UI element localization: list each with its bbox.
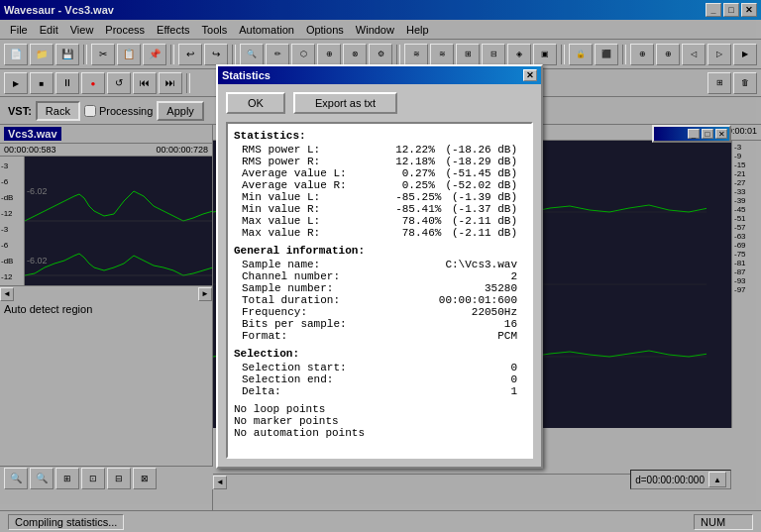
max-r-value: 78.46% (-2.11 dB)	[402, 227, 517, 239]
sel-start-value: 0	[510, 362, 517, 373]
max-l-value: 78.40% (-2.11 dB)	[402, 215, 517, 227]
max-r-label: Max value R:	[242, 227, 371, 239]
stats-row-min-l: Min value L: -85.25% (-1.39 dB)	[234, 191, 525, 203]
sample-name-label: Sample name:	[242, 259, 371, 270]
sample-num-label: Sample number:	[242, 282, 371, 294]
stats-row-avg-l: Average value L: 0.27% (-51.45 dB)	[234, 167, 525, 179]
selection-header: Selection:	[234, 348, 525, 360]
channel-value: 2	[510, 270, 517, 282]
dialog-body: OK Export as txt Statistics: RMS power L…	[218, 84, 541, 467]
stats-row-channel: Channel number: 2	[234, 270, 525, 282]
general-info-header: General information:	[234, 245, 525, 257]
dialog-buttons: OK Export as txt	[226, 92, 533, 114]
bits-value: 16	[504, 318, 517, 330]
dialog-close-button[interactable]: ✕	[523, 69, 537, 81]
rms-r-label: RMS power R:	[242, 156, 371, 167]
frequency-label: Frequency:	[242, 306, 371, 318]
stats-row-delta: Delta: 1	[234, 385, 525, 397]
delta-label: Delta:	[242, 385, 371, 397]
format-label: Format:	[242, 330, 371, 342]
dialog-title-bar: Statistics ✕	[218, 66, 541, 84]
sel-end-label: Selection end:	[242, 373, 371, 385]
avg-r-value: 0.25% (-52.02 dB)	[402, 179, 517, 191]
stats-row-max-l: Max value L: 78.40% (-2.11 dB)	[234, 215, 525, 227]
delta-value: 1	[510, 385, 517, 397]
export-button[interactable]: Export as txt	[293, 92, 397, 114]
channel-label: Channel number:	[242, 270, 371, 282]
sample-num-value: 35280	[485, 282, 517, 294]
statistics-dialog: Statistics ✕ OK Export as txt Statistics…	[216, 64, 543, 469]
frequency-value: 22050Hz	[472, 306, 517, 318]
duration-value: 00:00:01:600	[439, 294, 517, 306]
stats-row-rms-l: RMS power L: 12.22% (-18.26 dB)	[234, 144, 525, 156]
rms-l-value: 12.22% (-18.26 dB)	[395, 144, 517, 156]
stats-row-bits: Bits per sample: 16	[234, 318, 525, 330]
min-r-value: -85.41% (-1.37 dB)	[395, 203, 517, 215]
sel-start-label: Selection start:	[242, 362, 371, 373]
rms-r-value: 12.18% (-18.29 dB)	[395, 156, 517, 167]
duration-label: Total duration:	[242, 294, 371, 306]
stats-row-sample-name: Sample name: C:\Vcs3.wav	[234, 259, 525, 270]
stats-row-min-r: Min value R: -85.41% (-1.37 dB)	[234, 203, 525, 215]
avg-r-label: Average value R:	[242, 179, 371, 191]
max-l-label: Max value L:	[242, 215, 371, 227]
min-l-value: -85.25% (-1.39 dB)	[395, 191, 517, 203]
avg-l-label: Average value L:	[242, 167, 371, 179]
bits-label: Bits per sample:	[242, 318, 371, 330]
sel-end-value: 0	[510, 373, 517, 385]
stats-row-format: Format: PCM	[234, 330, 525, 342]
stats-row-avg-r: Average value R: 0.25% (-52.02 dB)	[234, 179, 525, 191]
no-marker-text: No marker points	[234, 415, 525, 427]
rms-l-label: RMS power L:	[242, 144, 371, 156]
min-l-label: Min value L:	[242, 191, 371, 203]
avg-l-value: 0.27% (-51.45 dB)	[402, 167, 517, 179]
min-r-label: Min value R:	[242, 203, 371, 215]
stats-row-rms-r: RMS power R: 12.18% (-18.29 dB)	[234, 156, 525, 167]
stats-row-frequency: Frequency: 22050Hz	[234, 306, 525, 318]
no-automation-text: No automation points	[234, 427, 525, 439]
dialog-title: Statistics	[222, 69, 271, 81]
stats-row-max-r: Max value R: 78.46% (-2.11 dB)	[234, 227, 525, 239]
stats-row-duration: Total duration: 00:00:01:600	[234, 294, 525, 306]
stats-content: Statistics: RMS power L: 12.22% (-18.26 …	[226, 122, 533, 459]
stats-header: Statistics:	[234, 130, 525, 142]
stats-row-sample-num: Sample number: 35280	[234, 282, 525, 294]
sample-name-value: C:\Vcs3.wav	[445, 259, 517, 270]
no-loop-text: No loop points	[234, 403, 525, 415]
stats-row-sel-end: Selection end: 0	[234, 373, 525, 385]
format-value: PCM	[497, 330, 517, 342]
stats-row-sel-start: Selection start: 0	[234, 362, 525, 373]
ok-button[interactable]: OK	[226, 92, 285, 114]
modal-overlay: Statistics ✕ OK Export as txt Statistics…	[0, 0, 761, 532]
